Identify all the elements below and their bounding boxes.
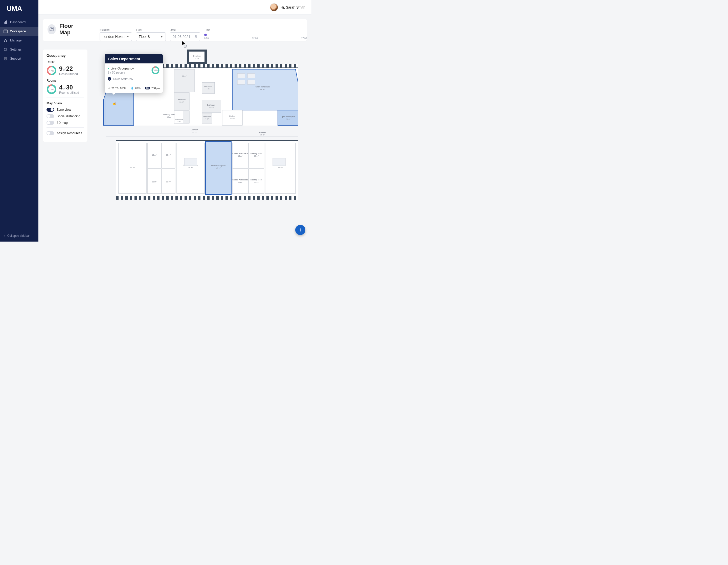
svg-text:Meeting room: Meeting room xyxy=(251,179,262,181)
calendar-icon: 🗓 xyxy=(194,35,197,39)
gear-icon xyxy=(4,48,8,52)
svg-text:4 m²: 4 m² xyxy=(205,118,209,120)
mapview-title: Map View xyxy=(47,101,84,105)
sidebar-item-manage[interactable]: Manage xyxy=(0,36,38,45)
svg-text:Services: Services xyxy=(193,55,201,57)
svg-text:Open workspace: Open workspace xyxy=(211,165,225,167)
sidebar-item-support[interactable]: ? Support xyxy=(0,54,38,63)
svg-text:Meeting room: Meeting room xyxy=(163,114,175,116)
svg-text:20 m²: 20 m² xyxy=(286,118,290,120)
svg-rect-3 xyxy=(4,30,7,33)
svg-rect-0 xyxy=(4,22,5,24)
svg-rect-30 xyxy=(278,110,298,125)
droplet-icon: 💧 xyxy=(130,86,134,90)
svg-text:12 m²: 12 m² xyxy=(209,107,214,108)
svg-text:?: ? xyxy=(5,57,6,60)
collapse-sidebar[interactable]: « Collapse sidebar xyxy=(0,230,38,242)
svg-rect-62 xyxy=(116,196,298,200)
desks-ring: 47% xyxy=(47,65,57,76)
svg-rect-99 xyxy=(273,158,285,166)
toggle-social-distancing[interactable] xyxy=(47,114,54,118)
svg-text:Open workspace: Open workspace xyxy=(281,116,295,118)
floor-select[interactable]: Floor 8 ▼ xyxy=(136,32,166,41)
svg-text:4 m²: 4 m² xyxy=(207,88,210,90)
building-select[interactable]: London Hoxton ▼ xyxy=(100,32,132,41)
svg-point-5 xyxy=(5,39,6,40)
svg-text:44 m²: 44 m² xyxy=(278,167,283,169)
svg-text:13 m²: 13 m² xyxy=(152,154,157,156)
avatar[interactable] xyxy=(270,3,278,11)
date-input[interactable]: 01.03.2021 🗓 xyxy=(170,32,200,41)
live-dot-icon xyxy=(108,68,109,69)
sidebar-item-workspace[interactable]: Workspace xyxy=(0,27,38,36)
topbar: Hi, Sarah Smith xyxy=(38,0,311,15)
svg-text:11 m²: 11 m² xyxy=(152,181,157,183)
svg-text:38 m²: 38 m² xyxy=(260,134,265,136)
nodes-icon xyxy=(4,38,8,42)
co2-icon: CO₂ xyxy=(145,87,150,90)
svg-text:7 m²: 7 m² xyxy=(195,58,199,59)
toggle-zone-view[interactable] xyxy=(47,108,54,112)
svg-text:Closed workspace: Closed workspace xyxy=(232,179,248,181)
zone-popup: Sales Department Live Occupancy 3 / 30 p… xyxy=(105,54,163,93)
sidebar: UMA Dashboard Workspace Manage Settings xyxy=(0,0,38,242)
svg-rect-94 xyxy=(237,74,245,78)
occupancy-card: Occupancy Desks 47% 9of22 Desks utilised… xyxy=(43,50,87,142)
svg-text:Bathroom: Bathroom xyxy=(207,104,216,106)
sidebar-item-settings[interactable]: Settings xyxy=(0,45,38,54)
svg-text:11 m²: 11 m² xyxy=(254,182,259,183)
time-slider[interactable]: 8:30 12:30 17:30 xyxy=(204,32,307,41)
svg-rect-47 xyxy=(202,100,221,113)
svg-point-8 xyxy=(5,49,6,50)
svg-text:Bathroom: Bathroom xyxy=(175,119,184,121)
sidebar-item-label: Support xyxy=(10,57,21,60)
svg-text:49 m²: 49 m² xyxy=(216,167,221,169)
svg-point-6 xyxy=(4,41,5,42)
question-icon: ? xyxy=(4,57,8,61)
svg-text:13 m²: 13 m² xyxy=(254,155,259,157)
chevrons-left-icon: « xyxy=(4,234,5,238)
svg-rect-2 xyxy=(6,20,7,24)
svg-text:3 m²: 3 m² xyxy=(177,121,181,123)
svg-rect-96 xyxy=(237,80,245,84)
svg-rect-98 xyxy=(184,158,197,166)
svg-text:66 m²: 66 m² xyxy=(192,131,197,133)
svg-text:10 m²: 10 m² xyxy=(167,116,172,118)
toggle-3d-map[interactable] xyxy=(47,121,54,125)
desks-label: Desks xyxy=(47,60,84,64)
sidebar-item-label: Settings xyxy=(10,48,21,51)
svg-rect-1 xyxy=(5,21,6,24)
rooms-ring: 12% xyxy=(47,84,57,94)
occupancy-title: Occupancy xyxy=(47,54,84,58)
floorplan[interactable]: Services 7 m² Open workspace 86 m² xyxy=(92,50,307,242)
brand-logo: UMA xyxy=(0,3,38,18)
chevron-down-icon: ▼ xyxy=(127,35,129,38)
svg-text:11 m²: 11 m² xyxy=(179,101,184,103)
svg-point-7 xyxy=(6,41,7,42)
building-label: Building xyxy=(100,28,132,31)
svg-rect-97 xyxy=(247,80,255,84)
svg-text:48 m²: 48 m² xyxy=(130,167,135,169)
date-label: Date xyxy=(170,28,200,31)
fab-add-button[interactable]: + xyxy=(295,225,305,235)
toggle-assign-resources[interactable] xyxy=(47,131,54,135)
sidebar-item-label: Workspace xyxy=(10,30,26,33)
sidebar-item-dashboard[interactable]: Dashboard xyxy=(0,18,38,27)
svg-text:11 m²: 11 m² xyxy=(238,182,243,183)
svg-text:86 m²: 86 m² xyxy=(260,88,265,90)
chevron-down-icon: ▼ xyxy=(161,35,163,38)
bars-icon xyxy=(4,20,8,24)
svg-text:Corridor: Corridor xyxy=(191,129,198,131)
thermometer-icon: 🌡 xyxy=(108,87,110,90)
svg-text:Bathroom: Bathroom xyxy=(204,85,213,87)
svg-text:49 m²: 49 m² xyxy=(188,167,193,169)
svg-rect-85 xyxy=(232,169,248,194)
layout-icon xyxy=(4,29,8,33)
svg-text:13 m²: 13 m² xyxy=(238,155,243,157)
svg-text:Closed workspace: Closed workspace xyxy=(232,152,248,155)
svg-text:22 m²: 22 m² xyxy=(182,75,187,77)
svg-rect-41 xyxy=(183,111,189,123)
live-occupancy-ring: 10% xyxy=(151,66,160,75)
info-icon: i xyxy=(108,77,111,81)
floor-label: Floor xyxy=(136,28,166,31)
